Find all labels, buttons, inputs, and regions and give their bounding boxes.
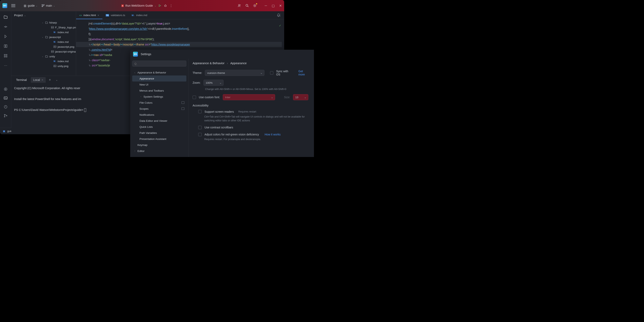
terminal-session-tab[interactable]: Local × (31, 77, 46, 83)
settings-titlebar: WS Settings (130, 50, 314, 58)
tree-file[interactable]: M↓index.md (11, 59, 76, 64)
contrast-scrollbars-checkbox[interactable] (198, 126, 202, 129)
settings-tree-item[interactable]: Presentation Assistant (132, 136, 186, 142)
settings-tree-item[interactable]: Menus and Toolbars (132, 88, 186, 94)
tree-file[interactable]: javascript.png (11, 44, 76, 49)
more-actions-button[interactable]: ⋮ (169, 4, 173, 8)
image-file-icon (51, 26, 54, 29)
settings-tree-item[interactable]: File Colors (132, 100, 186, 106)
run-config-name: Run WebStorm Guide (126, 4, 153, 7)
settings-tree-item[interactable]: ›Editor (132, 148, 186, 154)
editor-tab[interactable]: TSvalidators.ts (102, 11, 128, 19)
settings-tree-item[interactable]: Quick Lists (132, 124, 186, 130)
sync-with-os-checkbox[interactable] (270, 71, 274, 75)
chevron-down-icon: ⌄ (36, 5, 38, 7)
font-select[interactable]: Inter (223, 94, 275, 100)
close-button[interactable]: ✕ (279, 4, 282, 7)
run-button[interactable] (158, 4, 162, 8)
project-tree[interactable]: ⌄fsharpF_Sharp_logo.pngM↓index.md⌄javasc… (11, 19, 76, 69)
problems-tool-icon[interactable] (4, 105, 8, 109)
settings-dialog: WS Settings ⌄Appearance & BehaviorAppear… (130, 50, 314, 157)
terminal-dropdown-button[interactable]: ⌄ (54, 78, 59, 81)
settings-tree-item[interactable]: Keymap (132, 142, 186, 148)
settings-tree-item[interactable]: Scopes (132, 106, 186, 112)
settings-search-input[interactable] (132, 60, 186, 66)
settings-sidebar: ⌄Appearance & BehaviorAppearanceNew UIMe… (130, 58, 188, 157)
settings-tree-item[interactable]: Path Variables (132, 130, 186, 136)
close-icon[interactable]: × (42, 78, 43, 82)
tree-folder[interactable]: ⌄javascript (11, 34, 76, 40)
search-everywhere-icon[interactable] (245, 4, 249, 8)
theme-select[interactable]: vuesion-theme (205, 70, 264, 76)
code-with-me-icon[interactable] (238, 4, 242, 8)
editor-tabs: <>index.html×TSvalidators.tsM↓index.md ⋮ (76, 11, 284, 19)
settings-tree-item[interactable]: ›System Settings (132, 94, 186, 100)
svg-rect-8 (4, 45, 6, 48)
more-tools-icon[interactable]: ⋯ (4, 63, 8, 68)
font-size-select[interactable]: 13 (293, 94, 308, 100)
custom-font-label: Use custom font: (199, 96, 220, 99)
run-tool-icon[interactable] (4, 87, 8, 91)
structure-tool-icon[interactable] (4, 44, 8, 48)
services-tool-icon[interactable] (4, 54, 8, 58)
project-panel-header[interactable]: Project ⌄ (11, 11, 76, 19)
folder-icon (45, 21, 48, 24)
notifications-icon[interactable] (276, 13, 281, 18)
image-file-icon (54, 64, 56, 68)
markdown-file-icon: M↓ (54, 31, 56, 34)
project-tool-icon[interactable] (4, 15, 8, 19)
close-tab-icon[interactable]: × (98, 14, 99, 17)
tree-file[interactable]: unity.png (11, 64, 76, 68)
editor-tab[interactable]: M↓index.md (128, 11, 150, 19)
settings-tree-item[interactable]: Appearance (132, 76, 186, 82)
tree-file[interactable]: F_Sharp_logo.png (11, 25, 76, 30)
run-configuration-selector[interactable]: n Run WebStorm Guide ⌄ (121, 4, 156, 7)
adjust-colors-checkbox[interactable] (198, 133, 202, 136)
svg-point-1 (44, 4, 44, 5)
svg-rect-9 (6, 45, 7, 48)
terminal-tool-icon[interactable] (4, 96, 8, 100)
settings-title: Settings (141, 52, 151, 56)
requires-restart-hint: Requires restart (238, 110, 256, 113)
scope-badge-icon (182, 102, 184, 104)
minimize-button[interactable]: ─ (264, 4, 267, 7)
chevron-down-icon: ⌄ (24, 14, 26, 16)
screen-readers-checkbox[interactable] (198, 110, 202, 113)
branch-icon (42, 4, 45, 7)
tree-folder[interactable]: ⌄unity (11, 54, 76, 59)
settings-icon[interactable] (253, 4, 257, 8)
svg-point-6 (254, 5, 256, 6)
tree-folder[interactable]: ⌄fsharp (11, 20, 76, 25)
contrast-scrollbars-label: Use contrast scrollbars (204, 126, 233, 129)
project-selector[interactable]: ▥ guide ⌄ (21, 3, 40, 8)
vcs-branch-selector[interactable]: main ⌄ (40, 3, 57, 8)
settings-tree-item[interactable]: ⌄Appearance & Behavior (132, 70, 186, 76)
settings-tree-item[interactable]: Data Editor and Viewer (132, 118, 186, 124)
tree-file[interactable]: M↓index.md (11, 40, 76, 44)
tree-file[interactable]: M↓index.md (11, 30, 76, 34)
main-menu-button[interactable] (11, 4, 15, 7)
new-terminal-button[interactable]: + (47, 78, 53, 82)
how-it-works-link[interactable]: How it works (265, 133, 280, 136)
terminal-tool-label[interactable]: Terminal (14, 77, 29, 83)
tool-window-bar-left-bottom (0, 87, 11, 118)
settings-tree-item[interactable]: New UI (132, 82, 186, 88)
get-more-themes-link[interactable]: Get more (298, 70, 310, 76)
chevron-icon: ⌄ (42, 55, 44, 57)
settings-tree-item[interactable]: Notifications (132, 112, 186, 118)
inspection-ok-icon[interactable]: ✓ (279, 23, 281, 28)
html-file-icon: <> (79, 14, 82, 16)
chevron-icon: ⌄ (42, 22, 44, 24)
debug-button[interactable] (164, 4, 168, 8)
vcs-tool-icon[interactable] (4, 114, 8, 118)
maximize-button[interactable]: ▢ (272, 4, 274, 7)
svg-point-24 (4, 114, 5, 115)
editor-tab[interactable]: <>index.html× (76, 11, 102, 19)
cursor (84, 108, 86, 112)
pull-requests-icon[interactable] (4, 34, 8, 39)
custom-font-checkbox[interactable] (192, 96, 196, 99)
screen-readers-label: Support screen readers (204, 110, 234, 113)
commit-tool-icon[interactable] (4, 24, 8, 29)
zoom-select[interactable]: 100% (204, 80, 224, 86)
tree-file[interactable]: javascript-original.svg (11, 49, 76, 54)
